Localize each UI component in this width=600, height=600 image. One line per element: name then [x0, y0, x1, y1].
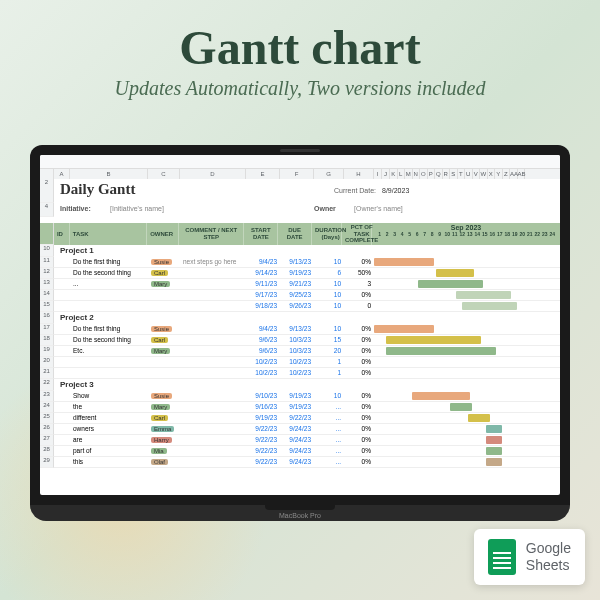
laptop-brand: MacBook Pro	[279, 512, 321, 519]
sheets-toolbar[interactable]	[40, 155, 560, 169]
promo-header: Gantt chart Updates Automatically, Two v…	[0, 0, 600, 105]
google-product: Sheets	[526, 557, 571, 574]
col-task: TASK	[70, 223, 147, 245]
project-name: Project 2	[54, 312, 100, 324]
google-sheets-badge: Google Sheets	[474, 529, 585, 585]
table-row[interactable]: 17 Do the first thing Susie 9/4/23 9/13/…	[40, 324, 560, 335]
page-title: Gantt chart	[10, 20, 590, 75]
table-row[interactable]: 20 10/2/23 10/2/23 1 0%	[40, 357, 560, 368]
month-header: Sep 2023	[376, 224, 556, 231]
table-row[interactable]: 25 different Carl 9/19/23 9/22/23 ... 0%	[40, 413, 560, 424]
table-row[interactable]: 11 Do the first thing Susie next steps g…	[40, 257, 560, 268]
table-header-row: ID TASK OWNER COMMENT / NEXT STEP START …	[40, 223, 560, 245]
spreadsheet-app: ABCDEFGHIJKLMNOPQRSTUVWXYZAAAB 2 Daily G…	[40, 155, 560, 495]
project-name: Project 3	[54, 379, 100, 391]
column-headers[interactable]: ABCDEFGHIJKLMNOPQRSTUVWXYZAAAB	[40, 169, 560, 179]
table-row[interactable]: 26 owners Emma 9/22/23 9/24/23 ... 0%	[40, 424, 560, 435]
table-row[interactable]: 14 9/17/23 9/25/23 10 0%	[40, 290, 560, 301]
col-due: DUE DATE	[278, 223, 312, 245]
table-row[interactable]: 19 Etc. Mary 9/6/23 10/3/23 20 0%	[40, 346, 560, 357]
laptop-mockup: ABCDEFGHIJKLMNOPQRSTUVWXYZAAAB 2 Daily G…	[30, 145, 570, 521]
google-sheets-icon	[488, 539, 516, 575]
table-row[interactable]: 15 9/18/23 9/26/23 10 0	[40, 301, 560, 312]
sheet-title: Daily Gantt	[54, 179, 254, 203]
page-subtitle: Updates Automatically, Two versions incl…	[10, 77, 590, 100]
table-row[interactable]: 24 the Mary 9/16/23 9/19/23 ... 0%	[40, 402, 560, 413]
col-comment: COMMENT / NEXT STEP	[179, 223, 244, 245]
owner-label: Owner	[308, 203, 348, 217]
table-row[interactable]: 13 ... Mary 9/11/23 9/21/23 10 3	[40, 279, 560, 290]
google-brand: Google	[526, 540, 571, 557]
col-duration: DURATION (Days)	[312, 223, 342, 245]
owner-input[interactable]: [Owner's name]	[348, 203, 409, 217]
table-row[interactable]: 12 Do the second thing Carl 9/14/23 9/19…	[40, 268, 560, 279]
project-name: Project 1	[54, 245, 100, 257]
table-row[interactable]: 23 Show Susie 9/10/23 9/19/23 10 0%	[40, 391, 560, 402]
current-date-value[interactable]: 8/9/2023	[376, 179, 409, 203]
table-row[interactable]: 27 are Harry 9/22/23 9/24/23 ... 0%	[40, 435, 560, 446]
table-row[interactable]: 21 10/2/23 10/2/23 1 0%	[40, 368, 560, 379]
table-row[interactable]: 29 this Olaf 9/22/23 9/24/23 ... 0%	[40, 457, 560, 468]
col-id: ID	[54, 223, 70, 245]
col-start: START DATE	[244, 223, 278, 245]
initiative-input[interactable]: [Initiative's name]	[104, 203, 254, 217]
col-pct: PCT OF TASK COMPLETE	[342, 223, 372, 245]
day-numbers: 123456789101112131415161718192021222324	[376, 231, 556, 237]
col-owner: OWNER	[147, 223, 179, 245]
table-row[interactable]: 28 part of Mia 9/22/23 9/24/23 ... 0%	[40, 446, 560, 457]
current-date-label: Current Date:	[334, 179, 376, 203]
table-row[interactable]: 18 Do the second thing Carl 9/6/23 10/3/…	[40, 335, 560, 346]
initiative-label: Initiative:	[54, 203, 104, 217]
